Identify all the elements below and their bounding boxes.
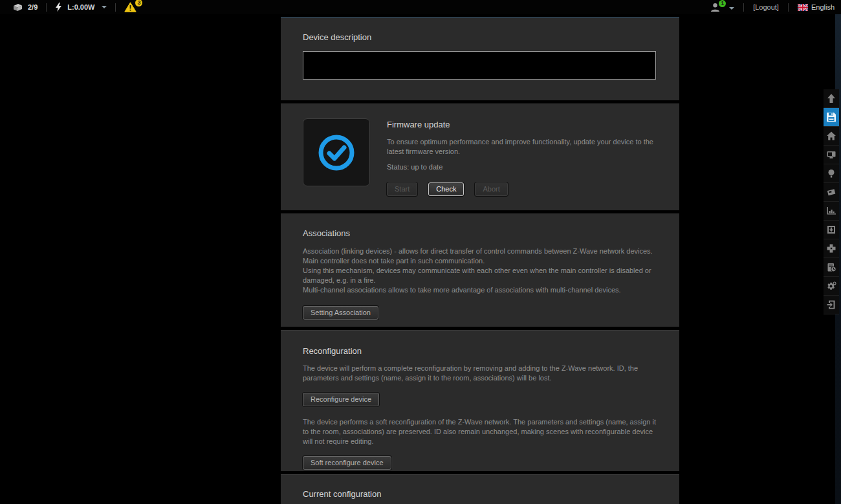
user-menu[interactable]: 1	[710, 3, 734, 12]
exit-icon	[826, 300, 836, 310]
right-action-toolbar	[824, 89, 839, 314]
associations-paragraph: Using this mechanism, devices may commun…	[303, 266, 656, 285]
power-dropdown-chevron-icon[interactable]	[102, 6, 107, 8]
firmware-update-panel: Firmware update To ensure optimum perfor…	[281, 104, 679, 210]
reconfiguration-title: Reconfiguration	[303, 331, 656, 356]
power-bolt-icon	[55, 3, 62, 12]
associations-paragraph: Association (linking devices) - allows f…	[303, 247, 656, 266]
device-description-textarea[interactable]	[303, 51, 656, 80]
topbar-separator	[788, 3, 789, 12]
backup-box-button[interactable]	[824, 221, 839, 239]
device-monitor-button[interactable]	[824, 146, 839, 164]
device-counter: 2/9	[28, 3, 38, 11]
device-description-panel: Device description	[281, 17, 679, 100]
notification-pin-button[interactable]	[824, 164, 839, 183]
reconfigure-device-button[interactable]: Reconfigure device	[303, 393, 379, 406]
firmware-status-tile	[303, 118, 370, 186]
history-clipboard-icon	[826, 262, 836, 272]
current-configuration-panel: Current configuration	[281, 474, 679, 504]
device-monitor-icon	[826, 149, 836, 160]
topbar-separator	[46, 3, 47, 12]
associations-paragraph: Multi-channel associations allows to tak…	[303, 285, 656, 295]
save-button[interactable]	[824, 108, 839, 127]
alerts-count-badge: 3	[135, 0, 142, 6]
user-dropdown-chevron-icon	[729, 7, 734, 10]
history-clipboard-button[interactable]	[824, 258, 839, 277]
uk-flag-icon	[798, 4, 808, 11]
firmware-uptodate-check-icon	[316, 132, 357, 173]
user-count-badge: 1	[719, 0, 726, 7]
devices-counter-icon	[13, 3, 23, 12]
setting-association-button[interactable]: Setting Association	[303, 306, 378, 320]
reconfiguration-panel: Reconfiguration The device will perform …	[281, 330, 679, 471]
firmware-check-button[interactable]: Check	[428, 182, 464, 196]
firmware-description: To ensure optimum performance and improv…	[387, 137, 656, 157]
topbar-separator	[743, 3, 744, 12]
exit-button[interactable]	[824, 296, 839, 314]
settings-gear-icon	[826, 281, 836, 291]
associations-panel: Associations Association (linking device…	[281, 214, 679, 327]
reconfiguration-full-text: The device will perform a complete recon…	[303, 364, 656, 383]
home-button[interactable]	[824, 127, 839, 146]
save-icon	[826, 112, 836, 122]
soft-reconfigure-device-button[interactable]: Soft reconfigure device	[303, 456, 391, 470]
current-configuration-title: Current configuration	[303, 475, 656, 499]
home-icon	[826, 131, 836, 141]
scroll-top-button[interactable]	[824, 89, 839, 108]
advanced-cross-button[interactable]	[824, 239, 839, 258]
statistics-chart-button[interactable]	[824, 202, 839, 221]
device-settings-page: Device description Firmware update To en…	[281, 17, 679, 504]
rooms-box-icon	[826, 187, 836, 197]
statistics-chart-icon	[826, 206, 836, 216]
logout-button[interactable]: [Logout]	[753, 3, 779, 11]
rooms-box-button[interactable]	[824, 183, 839, 202]
firmware-status: Status: up to date	[387, 162, 656, 172]
firmware-abort-button[interactable]: Abort	[475, 182, 507, 196]
backup-box-icon	[826, 225, 836, 235]
language-label: English	[811, 3, 835, 11]
firmware-start-button[interactable]: Start	[387, 182, 417, 196]
notification-pin-icon	[826, 168, 836, 179]
scroll-top-icon	[826, 93, 836, 104]
associations-title: Associations	[303, 214, 656, 238]
topbar-separator	[115, 3, 116, 12]
advanced-cross-icon	[826, 243, 836, 254]
firmware-title: Firmware update	[387, 118, 656, 129]
reconfiguration-soft-text: The device performs a soft reconfigurati…	[303, 417, 656, 446]
settings-gear-button[interactable]	[824, 277, 839, 296]
power-consumption: L:0.00W	[67, 3, 94, 11]
topbar: 2/9 L:0.00W 3 1 [Logout]	[0, 0, 841, 14]
language-selector[interactable]: English	[798, 3, 835, 11]
device-description-title: Device description	[303, 18, 656, 42]
alerts[interactable]: 3	[124, 2, 144, 12]
